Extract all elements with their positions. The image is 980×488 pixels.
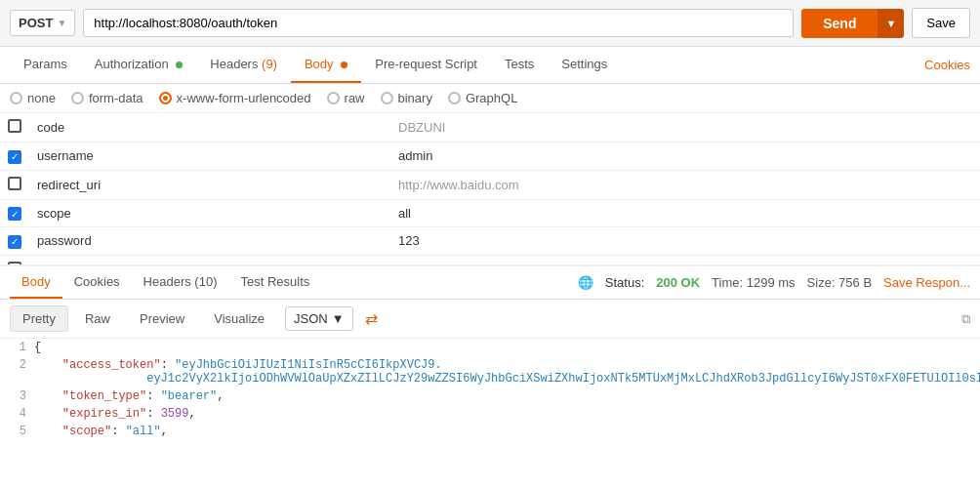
params-table-wrapper: code DBZUNI ✓ username admin redirect_ur… [0, 113, 980, 264]
save-button[interactable]: Save [912, 8, 970, 38]
row-key: password [29, 227, 390, 256]
body-type-form-data[interactable]: form-data [71, 91, 143, 105]
response-tab-cookies[interactable]: Cookies [62, 266, 132, 299]
footer-checkbox[interactable] [8, 262, 21, 265]
body-type-bar: none form-data x-www-form-urlencoded raw… [0, 84, 980, 113]
body-type-urlencoded[interactable]: x-www-form-urlencoded [159, 91, 311, 105]
method-label: POST [19, 16, 53, 30]
url-input[interactable] [83, 9, 794, 37]
row-value: all [390, 199, 785, 227]
response-view-toolbar: Pretty Raw Preview Visualize JSON ▼ ⇄ ⧉ [0, 300, 980, 339]
authorization-dot [176, 61, 183, 68]
send-button[interactable]: Send [801, 9, 878, 38]
line-number: 2 [0, 356, 34, 374]
row-checkbox[interactable] [8, 119, 21, 133]
time-info: Time: 1299 ms [712, 275, 796, 290]
code-line: 1{ [0, 339, 980, 356]
row-value: admin [390, 142, 785, 171]
response-tab-bar: Body Cookies Headers (10) Test Results 🌐… [0, 266, 980, 300]
code-line: 5 "scope": "all", [0, 423, 980, 440]
response-tab-body[interactable]: Body [10, 266, 62, 299]
body-type-binary[interactable]: binary [381, 91, 432, 105]
row-description [785, 227, 980, 256]
table-footer-row: Key Value Description [0, 256, 980, 265]
tab-authorization[interactable]: Authorization [81, 47, 197, 83]
tab-headers[interactable]: Headers (9) [196, 47, 291, 83]
send-button-group: Send ▼ [801, 9, 904, 38]
method-chevron-icon: ▼ [57, 18, 66, 28]
resp-tab-pretty[interactable]: Pretty [10, 305, 68, 332]
tab-tests[interactable]: Tests [491, 47, 548, 83]
tab-pre-request-script[interactable]: Pre-request Script [361, 47, 491, 83]
wrap-icon[interactable]: ⇄ [365, 309, 378, 328]
radio-raw [327, 92, 340, 104]
code-area: 1{2 "access_token": "eyJhbGciOiJIUzI1NiI… [0, 339, 980, 440]
body-type-graphql[interactable]: GraphQL [448, 91, 517, 105]
row-checkbox[interactable]: ✓ [8, 235, 21, 249]
response-section: Body Cookies Headers (10) Test Results 🌐… [0, 264, 980, 440]
status-area: 🌐 Status: 200 OK Time: 1299 ms Size: 756… [578, 275, 970, 290]
row-key: redirect_uri [29, 170, 390, 199]
row-checkbox[interactable]: ✓ [8, 207, 21, 221]
row-value: 123 [390, 227, 785, 256]
body-dot [341, 61, 347, 68]
resp-tab-preview[interactable]: Preview [127, 305, 197, 332]
table-row: redirect_uri http://www.baidu.com [0, 170, 980, 199]
tab-params[interactable]: Params [10, 47, 81, 83]
response-tab-test-results[interactable]: Test Results [228, 266, 321, 299]
footer-key: Key [37, 263, 59, 265]
row-description [785, 170, 980, 199]
table-row: ✓ password 123 [0, 227, 980, 256]
row-key: scope [29, 199, 390, 227]
line-content: "token_type": "bearer", [34, 387, 224, 405]
line-number: 3 [0, 387, 34, 405]
code-line: 4 "expires_in": 3599, [0, 405, 980, 423]
copy-icon[interactable]: ⧉ [961, 311, 970, 327]
send-dropdown-button[interactable]: ▼ [878, 9, 904, 38]
globe-icon: 🌐 [578, 275, 593, 290]
radio-binary [381, 92, 393, 104]
table-row: ✓ username admin [0, 142, 980, 171]
line-number: 5 [0, 423, 34, 440]
resp-tab-raw[interactable]: Raw [72, 305, 123, 332]
line-content: { [34, 339, 41, 356]
format-select[interactable]: JSON ▼ [285, 306, 353, 331]
body-type-none[interactable]: none [10, 91, 56, 105]
radio-none [10, 92, 22, 104]
radio-graphql [448, 92, 461, 104]
status-value: 200 OK [656, 275, 700, 290]
row-value: http://www.baidu.com [390, 170, 785, 199]
row-description [785, 142, 980, 171]
table-row: ✓ scope all [0, 199, 980, 227]
format-chevron-icon: ▼ [332, 311, 345, 326]
request-tab-bar: Params Authorization Headers (9) Body Pr… [0, 47, 980, 84]
radio-form-data [71, 92, 84, 104]
footer-value: Value [398, 263, 429, 265]
params-table: code DBZUNI ✓ username admin redirect_ur… [0, 113, 980, 256]
row-checkbox[interactable]: ✓ [8, 150, 21, 164]
row-key: username [29, 142, 390, 171]
code-line: 2 "access_token": "eyJhbGciOiJIUzI1NiIsI… [0, 356, 980, 387]
row-value: DBZUNI [390, 113, 785, 142]
code-line: 3 "token_type": "bearer", [0, 387, 980, 405]
body-type-raw[interactable]: raw [327, 91, 365, 105]
format-label: JSON [294, 311, 328, 326]
radio-urlencoded [159, 92, 172, 104]
row-checkbox[interactable] [8, 177, 21, 190]
method-select[interactable]: POST ▼ [10, 10, 75, 36]
row-description [785, 113, 980, 142]
line-content: "expires_in": 3599, [34, 405, 196, 423]
resp-tab-visualize[interactable]: Visualize [201, 305, 277, 332]
footer-description: Description [793, 263, 856, 265]
tab-cookies[interactable]: Cookies [911, 48, 970, 82]
tab-body[interactable]: Body [291, 47, 361, 83]
line-number: 1 [0, 339, 34, 356]
row-key: code [29, 113, 390, 142]
tab-settings[interactable]: Settings [548, 47, 621, 83]
status-label: Status: [605, 275, 644, 290]
save-response-button[interactable]: Save Respon... [883, 275, 970, 290]
params-table-footer: Key Value Description [0, 256, 980, 265]
top-bar: POST ▼ Send ▼ Save [0, 0, 980, 47]
response-tab-headers[interactable]: Headers (10) [132, 266, 229, 299]
size-info: Size: 756 B [807, 275, 873, 290]
